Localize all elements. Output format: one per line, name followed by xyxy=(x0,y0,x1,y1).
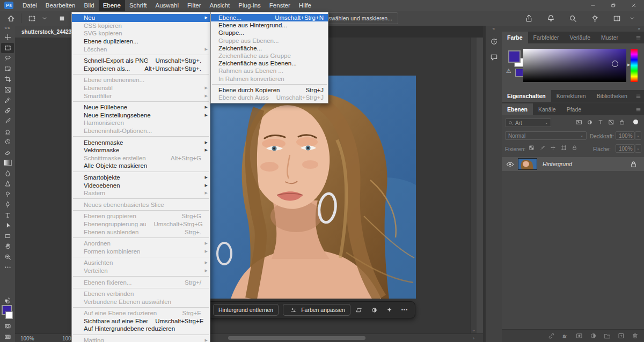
swap-colors-button[interactable] xyxy=(1,295,14,304)
bulb-icon[interactable] xyxy=(588,12,601,25)
menubar-item-fenster[interactable]: Fenster xyxy=(265,0,295,11)
bell-icon[interactable] xyxy=(544,12,557,25)
object-selection-tool[interactable] xyxy=(1,64,14,75)
menu-item-neu[interactable]: Neu▶ xyxy=(72,14,210,22)
menubar-item-ansicht[interactable]: Ansicht xyxy=(206,0,235,11)
menu-item-videoebenen[interactable]: Videoebenen▶ xyxy=(72,181,210,189)
gamut-color-swatch[interactable] xyxy=(515,69,523,77)
type-tool[interactable] xyxy=(1,210,14,221)
toolbar-collapse-handle[interactable]: »» xyxy=(5,26,11,32)
color-picker-cursor[interactable] xyxy=(612,61,618,67)
scroll-right-icon[interactable]: › xyxy=(473,336,474,341)
menu-item-vektormaske[interactable]: Vektormaske▶ xyxy=(72,146,210,154)
properties-tab-korrekturen[interactable]: Korrekturen xyxy=(551,90,591,102)
properties-tab-bibliotheken[interactable]: Bibliotheken xyxy=(591,90,633,102)
menubar-item-ebene[interactable]: Ebene xyxy=(99,0,125,11)
adjust-colors-button[interactable]: Farben anpassen xyxy=(283,304,350,316)
lock-position-icon[interactable] xyxy=(550,145,556,151)
opacity-caret[interactable]: ⌄ xyxy=(635,131,641,140)
lock-all-icon[interactable] xyxy=(572,145,577,151)
menu-item-ebene-durch-kopieren[interactable]: Ebene durch KopierenStrg+J xyxy=(211,86,328,94)
pixel-layer-filter-icon[interactable] xyxy=(576,119,582,125)
lasso-tool[interactable] xyxy=(1,53,14,64)
type-layer-filter-icon[interactable] xyxy=(597,119,604,125)
clone-stamp-tool[interactable] xyxy=(1,127,14,137)
fill-caret[interactable]: ⌄ xyxy=(635,144,641,153)
layer-thumbnail[interactable] xyxy=(518,158,537,170)
screen-mode-button[interactable] xyxy=(1,332,14,342)
close-button[interactable] xyxy=(624,0,644,11)
workspace-icon[interactable] xyxy=(610,12,623,25)
menubar-item-bild[interactable]: Bild xyxy=(79,0,98,11)
gradient-tool[interactable] xyxy=(1,158,14,168)
layers-tab-kanle[interactable]: Kanäle xyxy=(533,103,561,115)
lock-artboard-icon[interactable] xyxy=(561,145,567,151)
menu-item-exportieren-als[interactable]: Exportieren als...Alt+Umschalt+Strg+. xyxy=(72,65,210,73)
sharpen-tool[interactable] xyxy=(1,179,14,189)
new-selection-mode[interactable] xyxy=(55,12,68,25)
comments-panel-button[interactable] xyxy=(488,51,500,63)
share-icon[interactable] xyxy=(522,12,535,25)
vertical-scrollbar[interactable]: ⌄ xyxy=(470,38,477,333)
menu-item-ebene-aus-hintergrund[interactable]: Ebene aus Hintergrund... xyxy=(211,21,328,29)
add-layer-mask-icon[interactable] xyxy=(576,332,583,339)
tool-preset-marquee[interactable] xyxy=(25,12,38,25)
lock-image-pixels-icon[interactable] xyxy=(539,145,545,151)
fill-input[interactable]: 100% xyxy=(616,144,635,153)
healing-brush-tool[interactable] xyxy=(1,106,14,116)
quick-mask-button[interactable] xyxy=(1,321,14,332)
zoom-tool[interactable] xyxy=(1,252,14,263)
menubar-item-plugins[interactable]: Plug-ins xyxy=(234,0,265,11)
menu-item-schnell-export-als-png[interactable]: Schnell-Export als PNGUmschalt+Strg+. xyxy=(72,57,210,65)
restore-button[interactable] xyxy=(603,0,624,11)
zoom-level[interactable]: 100% xyxy=(15,336,48,341)
more-icon[interactable]: ••• xyxy=(400,305,409,315)
tool-preset-caret[interactable] xyxy=(38,12,51,25)
search-icon[interactable] xyxy=(566,12,579,25)
history-panel-button[interactable] xyxy=(488,35,500,47)
menubar-item-filter[interactable]: Filter xyxy=(183,0,206,11)
menu-item-ebene[interactable]: Ebene...Umschalt+Strg+N xyxy=(211,14,328,21)
eyedropper-tool[interactable] xyxy=(1,95,14,106)
more-tools[interactable] xyxy=(1,262,14,273)
caret-down-icon[interactable] xyxy=(626,12,639,25)
panel-menu-icon[interactable] xyxy=(636,107,641,112)
layer-filter-search[interactable]: Art ⌄ xyxy=(505,118,551,127)
history-brush-tool[interactable] xyxy=(1,137,14,147)
smart-object-filter-icon[interactable] xyxy=(619,119,625,125)
crop-tool[interactable] xyxy=(1,74,14,85)
menu-item-neue-einstellungsebene[interactable]: Neue Einstellungsebene▶ xyxy=(72,111,210,120)
panel-menu-icon[interactable] xyxy=(636,35,641,40)
new-group-icon[interactable] xyxy=(604,332,611,339)
brush-tool[interactable] xyxy=(1,116,14,127)
link-layers-icon[interactable] xyxy=(548,332,555,339)
menu-item-neue-f-llebene[interactable]: Neue Füllebene▶ xyxy=(72,103,210,111)
remove-background-button[interactable]: Hintergrund entfernen xyxy=(213,304,279,316)
menu-item-gruppe[interactable]: Gruppe... xyxy=(211,29,328,36)
saturation-brightness-field[interactable] xyxy=(523,49,626,82)
opacity-input[interactable]: 100% xyxy=(616,131,635,140)
menu-item-sichtbare-auf-eine-ebene-reduzieren[interactable]: Sichtbare auf eine Ebene reduzierenUmsch… xyxy=(72,317,210,325)
menu-item-zeichenfl-che-aus-ebenen[interactable]: Zeichenfläche aus Ebenen... xyxy=(211,60,328,67)
lock-transparent-pixels-icon[interactable] xyxy=(529,145,535,151)
menubar-item-schrift[interactable]: Schrift xyxy=(125,0,151,11)
new-adjustment-layer-icon[interactable] xyxy=(590,332,597,339)
shape-layer-filter-icon[interactable] xyxy=(608,119,614,125)
layer-style-fx-icon[interactable]: fx xyxy=(562,332,569,339)
menu-item-ebene-duplizieren[interactable]: Ebene duplizieren... xyxy=(72,38,210,46)
path-selection-tool[interactable] xyxy=(1,220,14,231)
menubar-item-auswahl[interactable]: Auswahl xyxy=(151,0,183,11)
menubar-item-datei[interactable]: Datei xyxy=(18,0,41,11)
icon-dock-collapse[interactable]: « xyxy=(486,26,502,32)
blur-tool[interactable] xyxy=(1,168,14,179)
layer-filter-toggle[interactable] xyxy=(633,120,638,124)
gamut-warning-icon[interactable]: ⚠ xyxy=(506,68,511,75)
blend-mode-select[interactable]: Normal ⌄ xyxy=(505,131,587,140)
home-button[interactable] xyxy=(4,12,17,25)
background-color-swatch[interactable] xyxy=(5,311,13,319)
menu-item-auf-hintergrundebene-reduzieren[interactable]: Auf Hintergrundebene reduzieren xyxy=(72,325,210,333)
hand-tool[interactable] xyxy=(1,241,14,252)
minimize-button[interactable] xyxy=(583,0,603,11)
menu-item-alle-objekte-maskieren[interactable]: Alle Objekte maskieren xyxy=(72,162,210,170)
adjustment-layer-filter-icon[interactable] xyxy=(587,119,593,125)
